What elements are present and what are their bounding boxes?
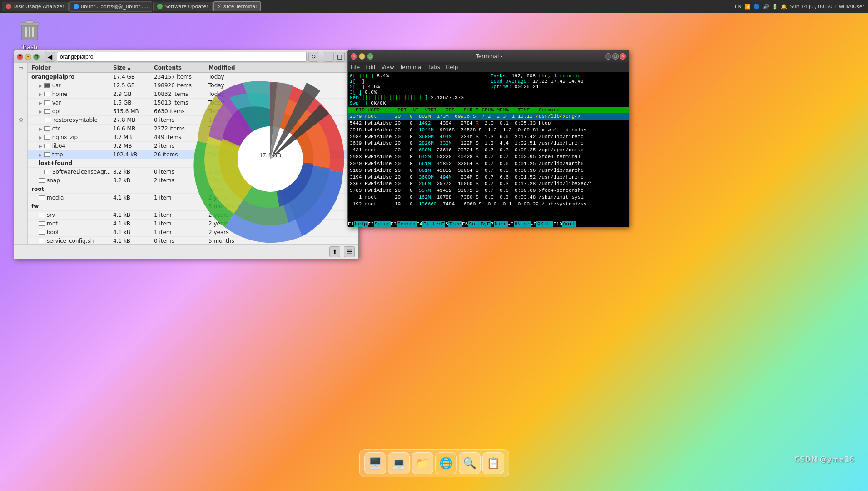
table-row[interactable]: 3070 HwHiAiUse 20 0 661M 41852 32064 S 0… [348,160,629,167]
terminal-close-btn[interactable]: ✕ [351,53,357,60]
swp-bar: Swp[ ] 0K/0K [350,100,486,106]
folder-icon [44,170,50,174]
fkey-f8-label[interactable]: 8Nice [514,221,531,227]
row-size: 2.9 GB [113,91,154,97]
fkey-f9-label[interactable]: 9Kill [536,221,553,227]
taskbar-app-ubuntu[interactable]: ubuntu-ports镜像_ubuntu... [69,1,153,12]
terminal-titlebar-close[interactable]: ✕ [620,53,626,60]
close-button[interactable]: ✕ [17,54,23,60]
fkey-f7-label[interactable]: Nice [494,221,507,227]
window-minimize-btn[interactable]: – [324,52,334,62]
row-name: ▶ etc [31,125,113,132]
folder-icon [45,118,51,122]
terminal-menubar: File Edit View Terminal Tabs Help [348,62,629,72]
folder-icon [44,126,50,131]
table-row[interactable]: 3639 HwHiAiUse 20 0 2826M 333M 122M S 1.… [348,140,629,147]
table-row[interactable]: 2379 root 20 0 802M 173M 69936 S 7.2 2.3… [348,113,629,120]
watermark: CSDN @yma16 [794,455,854,464]
header-folder[interactable]: Folder [31,65,113,71]
back-button[interactable]: ◀ [45,52,55,62]
htop-process-list[interactable]: 2379 root 20 0 802M 173M 69936 S 7.2 2.3… [348,113,629,221]
file-manager-titlebar: ✕ – □ ◀ ↻ – □ ✕ [14,50,358,63]
svg-rect-2 [29,27,30,37]
dock-item-folder[interactable]: 📁 [412,452,433,474]
dock-item-files[interactable]: 🖥️ [364,452,386,474]
expand-arrow: ▶ [39,109,42,114]
taskbar-apps: Disk Usage Analyzer ubuntu-ports镜像_ubunt… [0,1,263,12]
disk-app-icon [6,4,11,9]
header-size[interactable]: Size [113,65,154,71]
menu-file[interactable]: File [351,64,360,70]
row-size: 515.6 MB [113,108,154,115]
taskbar: Disk Usage Analyzer ubuntu-ports镜像_ubunt… [0,0,868,13]
dock-item-search[interactable]: 🔍 [459,452,481,474]
folder-icon [39,213,45,217]
fkey-f10-num: F10 [553,221,562,227]
table-row[interactable]: 3367 HwHiAiUse 20 0 266M 25772 16060 S 0… [348,180,629,187]
dock-item-browser[interactable]: 🌐 [435,452,457,474]
fkey-f1-label[interactable]: Help [354,221,367,227]
cpu-bar-2: 2[| ] 4.6% [350,84,486,90]
minimize-button[interactable]: – [25,54,31,60]
taskbar-app-terminal[interactable]: ⚡ Xfce Terminal [213,1,261,11]
trash-icon-desktop[interactable]: Trash [14,18,45,50]
dock-item-clipboard[interactable]: 📋 [482,452,504,474]
volume-icon: 🔊 [763,4,769,10]
row-name: orangepiaipro [31,74,113,80]
titlebar-path: ◀ ↻ [45,52,318,62]
table-row[interactable]: 3183 HwHiAiUse 20 0 661M 41852 32064 S 0… [348,167,629,174]
menu-view[interactable]: View [381,64,394,70]
menu-edit[interactable]: Edit [365,64,376,70]
taskbar-app-updater[interactable]: Software Updater [153,2,212,11]
fkey-f10-label[interactable]: Quit [562,221,576,227]
dock-item-terminal[interactable]: 💻 [388,452,410,474]
load-avg-line: Load average: 17.22 17.42 14.48 [491,79,627,84]
table-row[interactable]: 2983 HwHiAiUse 20 0 642M 53220 40428 S 0… [348,154,629,160]
terminal-max-btn[interactable]: □ [367,53,373,60]
maximize-button[interactable]: □ [33,54,40,60]
table-row[interactable]: 2948 HwHiAiUse 20 0 1044M 99168 74528 S … [348,127,629,134]
updater-app-label: Software Updater [164,4,208,10]
fkey-f4-label[interactable]: FilterF [422,221,445,227]
row-size: 8.2 kB [113,177,154,184]
table-row[interactable]: 192 root 19 0 136660 7484 6060 S 0.0 0.1… [348,201,629,208]
table-row[interactable]: 431 root 20 0 680M 23616 20724 S 0.7 0.3… [348,147,629,154]
table-row[interactable]: 5442 HwHiAiUse 20 0 1492 4384 2784 R 2.0… [348,120,629,127]
terminal-min-btn[interactable]: – [359,53,365,60]
row-size: 12.5 GB [113,82,154,89]
table-row[interactable]: 1 root 20 0 162M 10788 7380 S 0.0 0.3 0:… [348,194,629,201]
sunburst-svg: 17.4 GB [188,68,352,250]
table-row[interactable]: 5783 HwHiAiUse 20 0 537M 43452 33072 S 0… [348,187,629,194]
taskbar-app-disk[interactable]: Disk Usage Analyzer [2,2,69,11]
refresh-button[interactable]: ↻ [308,52,318,62]
trash-icon-svg [19,18,40,42]
row-size: 4.1 kB [113,238,154,244]
fkey-f2-label[interactable]: Setup [374,221,391,227]
menu-terminal[interactable]: Terminal [400,64,423,70]
lang-indicator: EN [735,4,742,10]
wifi-icon: 📶 [744,4,751,10]
fkey-f5-label[interactable]: Tree [448,221,462,227]
fkey-f6-label[interactable]: SortByF [468,221,491,227]
table-row[interactable]: 3194 HwHiAiUse 20 0 3600M 494M 234M S 0.… [348,174,629,181]
username: HwHiAiUser [835,4,864,10]
folder-icon [44,144,50,148]
fkey-f3-label[interactable]: Search [397,221,417,227]
menu-help[interactable]: Help [446,64,458,70]
folder-icon [39,221,45,226]
sidebar-letter-fi: Fi [18,67,23,70]
htop-cpu-bars: 0[|||| ] 8.4% 1[| ] 2[| ] 4.6% 3[ ] 0.0%… [350,73,486,106]
folder-icon [44,92,50,96]
expand-arrow: ▶ [39,83,42,88]
expand-arrow: ▶ [39,152,42,157]
htop-content: 0[|||| ] 8.4% 1[| ] 2[| ] 4.6% 3[ ] 0.0%… [348,72,629,227]
bluetooth-icon: 🔵 [754,4,760,10]
terminal-titlebar-min[interactable]: – [605,53,611,60]
table-row[interactable]: 2984 HwHiAiUse 20 0 3600M 494M 234M S 1.… [348,134,629,140]
menu-tabs[interactable]: Tabs [428,64,441,70]
folder-icon [44,100,50,105]
window-maximize-btn[interactable]: □ [335,52,345,62]
terminal-titlebar-restore[interactable]: □ [612,53,619,60]
fkey-f1-num: F1 [348,221,354,227]
path-input[interactable] [57,52,307,62]
